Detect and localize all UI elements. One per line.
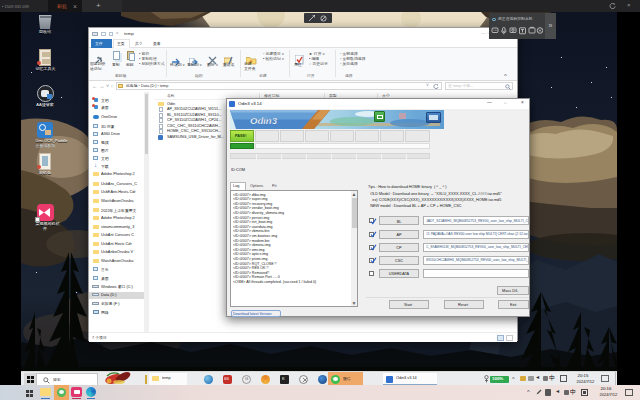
svg-text:Odin3: Odin3 <box>250 115 278 126</box>
